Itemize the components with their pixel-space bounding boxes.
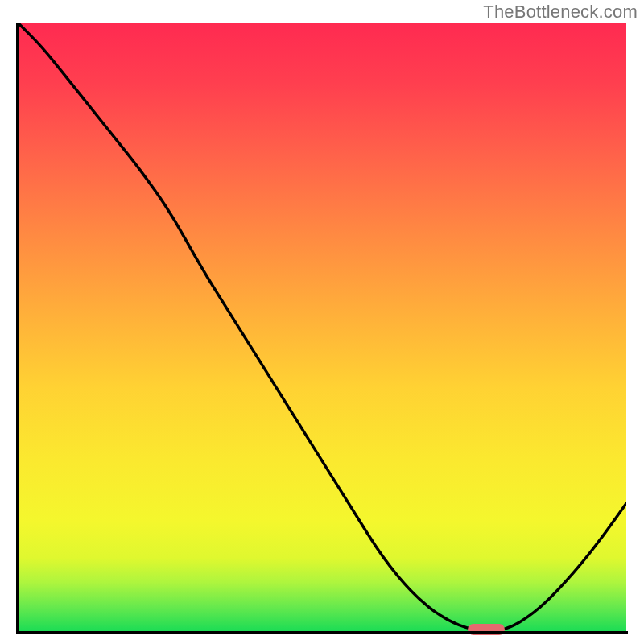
y-axis bbox=[16, 23, 19, 634]
bottleneck-curve bbox=[18, 23, 626, 631]
chart-container: TheBottleneck.com bbox=[0, 0, 644, 644]
x-axis bbox=[16, 631, 628, 634]
watermark-text: TheBottleneck.com bbox=[483, 2, 638, 23]
